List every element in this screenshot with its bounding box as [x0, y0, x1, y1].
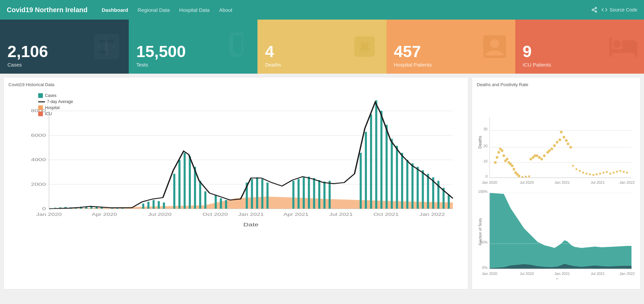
svg-point-141: [586, 173, 588, 175]
stat-card-cases: 2,106 Cases: [0, 20, 129, 74]
stat-card-deaths: 4 Deaths: [257, 20, 386, 74]
stat-cards: 2,106 Cases 15,500 Tests 4 Deaths 457 Ho…: [0, 20, 644, 74]
svg-point-117: [525, 176, 527, 178]
svg-point-124: [565, 139, 568, 142]
svg-point-126: [569, 146, 572, 149]
svg-text:Jan 2022: Jan 2022: [419, 212, 445, 217]
svg-point-131: [540, 158, 543, 160]
svg-point-118: [528, 175, 530, 177]
svg-text:100%: 100%: [478, 189, 488, 194]
legend-icu-color: [38, 111, 43, 116]
legend-hospital: Hospital: [38, 105, 73, 110]
legend-hospital-label: Hospital: [45, 105, 59, 110]
svg-rect-74: [422, 170, 424, 209]
svg-rect-56: [303, 177, 305, 209]
svg-rect-59: [318, 180, 320, 209]
svg-rect-67: [386, 125, 388, 209]
svg-rect-70: [401, 153, 403, 209]
svg-rect-61: [329, 181, 331, 209]
svg-rect-46: [215, 195, 217, 209]
svg-text:0: 0: [42, 206, 46, 211]
svg-rect-62: [360, 153, 362, 209]
nav-dashboard[interactable]: Dashboard: [101, 6, 129, 14]
svg-point-111: [511, 164, 514, 167]
svg-rect-36: [152, 200, 154, 209]
svg-text:Oct 2021: Oct 2021: [373, 212, 399, 217]
svg-text:Jan 2021: Jan 2021: [554, 180, 570, 184]
svg-point-136: [529, 158, 532, 160]
svg-rect-41: [183, 153, 185, 209]
svg-rect-69: [396, 146, 398, 209]
svg-rect-48: [225, 200, 227, 209]
source-code-label: Source Code: [610, 7, 637, 12]
navbar: Covid19 Northern Ireland Dashboard Regio…: [0, 0, 644, 20]
cases-number: 2,106: [7, 44, 121, 60]
svg-point-2: [595, 11, 597, 12]
svg-point-132: [538, 156, 541, 159]
svg-text:Apr 2020: Apr 2020: [92, 212, 117, 217]
svg-rect-64: [370, 115, 372, 209]
deaths-svg: Deaths 0 10 20 30: [477, 90, 636, 279]
share-icon[interactable]: [591, 7, 597, 13]
svg-point-102: [496, 156, 498, 159]
svg-point-123: [563, 136, 565, 138]
svg-rect-53: [267, 182, 269, 209]
svg-text:Date: Date: [556, 278, 565, 279]
deaths-number: 4: [265, 44, 379, 60]
svg-text:Date: Date: [243, 222, 258, 227]
svg-point-153: [626, 172, 628, 174]
hospital-number: 457: [394, 44, 508, 60]
stat-card-tests: 15,500 Tests: [129, 20, 257, 74]
svg-point-146: [602, 172, 604, 174]
svg-text:Jan 2020: Jan 2020: [36, 212, 62, 217]
svg-point-106: [502, 154, 505, 157]
svg-point-137: [572, 165, 574, 167]
svg-point-142: [589, 173, 591, 175]
deaths-label: Deaths: [265, 62, 379, 68]
svg-rect-42: [189, 156, 191, 209]
svg-text:Jul 2020: Jul 2020: [520, 272, 534, 276]
svg-rect-54: [292, 181, 294, 209]
svg-point-108: [506, 158, 509, 160]
svg-text:30: 30: [484, 127, 488, 131]
legend-icu-label: ICU: [45, 111, 52, 116]
svg-text:Jul 2021: Jul 2021: [591, 180, 605, 184]
svg-point-140: [582, 172, 584, 174]
icu-number: 9: [523, 44, 637, 60]
svg-rect-51: [256, 177, 258, 209]
svg-rect-60: [323, 181, 325, 209]
svg-rect-68: [391, 139, 393, 209]
nav-about[interactable]: About: [218, 6, 233, 14]
legend-7day-label: 7-day Average: [47, 99, 73, 104]
svg-text:Oct 2020: Oct 2020: [203, 212, 228, 217]
legend-7day: 7-day Average: [38, 99, 73, 104]
nav-regional[interactable]: Regional Data: [137, 6, 170, 14]
svg-rect-73: [417, 167, 419, 209]
svg-point-122: [560, 131, 563, 133]
cases-label: Cases: [7, 62, 121, 68]
svg-text:0: 0: [486, 174, 488, 178]
svg-line-3: [594, 10, 595, 11]
svg-rect-40: [178, 160, 180, 209]
svg-rect-79: [448, 195, 450, 209]
svg-point-152: [623, 171, 625, 173]
svg-text:10: 10: [484, 159, 488, 163]
svg-text:Jan 2022: Jan 2022: [619, 180, 635, 184]
svg-point-1: [592, 9, 594, 11]
svg-point-144: [596, 173, 598, 175]
svg-text:Jan 2021: Jan 2021: [238, 212, 264, 217]
svg-text:Deaths: Deaths: [478, 136, 482, 149]
svg-point-112: [513, 168, 515, 171]
svg-point-127: [550, 148, 553, 150]
legend-cases-label: Cases: [45, 93, 56, 98]
legend-hospital-color: [38, 105, 43, 110]
svg-rect-75: [427, 174, 429, 209]
svg-text:Jul 2020: Jul 2020: [148, 212, 172, 217]
source-code-link[interactable]: Source Code: [601, 7, 637, 13]
svg-rect-47: [220, 198, 222, 209]
svg-point-121: [559, 138, 561, 141]
svg-rect-55: [298, 179, 300, 209]
svg-point-101: [494, 161, 497, 164]
svg-point-139: [579, 170, 581, 172]
nav-hospital[interactable]: Hospital Data: [178, 6, 210, 14]
